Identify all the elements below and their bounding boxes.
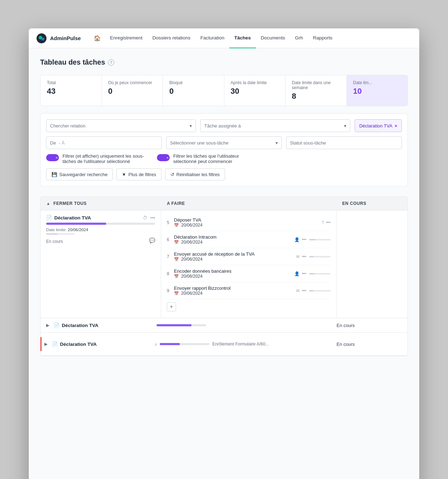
task-group-1-extra-progress (46, 233, 155, 235)
task-group-1-actions: ⏱ ••• (143, 215, 155, 221)
subtask-7-more[interactable]: ••• (302, 254, 306, 259)
toggle-item-1: Filtrer (et afficher) uniquement les sou… (46, 153, 146, 164)
tag-remove-button[interactable]: × (394, 123, 397, 129)
dropdown-arrow-icon-3: ▾ (275, 140, 278, 146)
subtask-9-more[interactable]: ••• (302, 288, 306, 293)
help-icon[interactable]: ? (108, 59, 114, 66)
cal-icon-8: 📅 (174, 274, 179, 278)
stat-card-total[interactable]: Total 43 (40, 75, 102, 106)
nav-item-taches[interactable]: Tâches (229, 28, 256, 48)
toggle-row: Filtrer (et afficher) uniquement les sou… (46, 153, 402, 164)
cal-icon-9: 📅 (174, 291, 179, 295)
date-from-filter[interactable]: De - À (46, 136, 162, 149)
filter-row-2: De - À Sélectionner une sous-tâche ▾ Sta… (46, 136, 402, 149)
stat-value-apres: 30 (231, 87, 279, 96)
add-subtask-button[interactable]: + (167, 302, 176, 311)
nav-home-button[interactable]: 🏠 (89, 35, 105, 42)
subtask-6-more[interactable]: ••• (302, 237, 306, 242)
subtask-7-progress (309, 256, 330, 257)
task-group-1-name: 📄 Déclaration TVA (46, 215, 91, 221)
task-group-3-collapsed[interactable]: ▶ 📄 Déclaration TVA ↓ Enrôlement Formula… (40, 333, 408, 356)
task-group-2-name: 📄 Déclaration TVA (54, 322, 157, 328)
subtask-8-more[interactable]: ••• (302, 271, 306, 276)
stat-label-semaine: Date limite dans une semaine (292, 80, 340, 90)
col-header-afaire: A FAIRE (161, 201, 337, 206)
nav-item-grh[interactable]: Grh (290, 28, 308, 48)
statut-filter[interactable]: Statut sous-tâche (286, 136, 402, 149)
task-group-1-title: 📄 Déclaration TVA ⏱ ••• (46, 215, 155, 221)
action-row: 💾 Sauvegarder recherche ▼ Plus de filtre… (46, 168, 402, 180)
expand-icon-3: ▶ (44, 342, 48, 347)
subtask-9: 9 Envoyer rapport Bizzcontrol 📅 20/06/20… (167, 282, 330, 299)
task-group-2-status: En cours (331, 323, 402, 328)
task-more-icon[interactable]: ••• (150, 215, 155, 221)
svg-point-2 (42, 38, 44, 40)
save-search-button[interactable]: 💾 Sauvegarder recherche (46, 168, 113, 180)
stat-card-commencer[interactable]: Où je peux commencer 0 (102, 75, 163, 106)
nav-bar: AdminPulse 🏠 Enregistrement Dossiers rel… (29, 28, 419, 48)
stat-card-bloque[interactable]: Bloqué 0 (163, 75, 224, 106)
task-group-1-subtasks: 5 Déposer TVA 📅 20/06/2024 ? ••• (161, 211, 337, 318)
cal-icon-5: 📅 (174, 223, 179, 227)
task-group-2-progress (157, 324, 206, 326)
subtask-6-icon: 👤 (294, 237, 300, 242)
subtask-7: 7 Envoyer accusé de réception de la TVA … (167, 248, 330, 265)
stat-card-semaine[interactable]: Date limite dans une semaine 8 (285, 75, 347, 106)
filter-row-1: Chercher relation ▾ Tâche assignée à ▾ D… (46, 119, 402, 132)
more-filters-button[interactable]: ▼ Plus de filtres (116, 168, 162, 180)
comment-icon[interactable]: 💬 (149, 238, 155, 243)
logo-icon (36, 33, 47, 44)
board-header: ▲ FERMER TOUS A FAIRE EN COURS (40, 197, 408, 211)
nav-item-documents[interactable]: Documents (256, 28, 290, 48)
task-clock-icon[interactable]: ⏱ (143, 215, 147, 221)
task-group-2-collapsed[interactable]: ▶ 📄 Déclaration TVA En cours (40, 318, 408, 333)
cal-icon-6: 📅 (174, 240, 179, 244)
logo-text: AdminPulse (50, 35, 81, 41)
nav-item-rapports[interactable]: Rapports (308, 28, 337, 48)
reset-icon: ↺ (170, 172, 174, 177)
col-header-fermer: ▲ FERMER TOUS (40, 201, 161, 206)
toggle-2[interactable] (157, 154, 170, 161)
stat-label-datelim: Date lim... (353, 80, 401, 85)
task-group-1-progress (46, 223, 106, 225)
task-group-3-label: ↓ (155, 342, 157, 347)
task-group-3-progress (160, 343, 209, 345)
cal-icon-7: 📅 (174, 257, 179, 261)
stat-value-semaine: 8 (292, 92, 340, 101)
page-content: Tableau des tâches ? Total 43 Où je peux… (29, 48, 419, 479)
stat-card-datelim[interactable]: Date lim... 10 (347, 75, 408, 106)
subtask-5-icon: ? (322, 220, 324, 225)
sous-tache-filter[interactable]: Sélectionner une sous-tâche ▾ (166, 136, 282, 149)
subtask-7-icon: ✉ (296, 254, 300, 259)
toggle-1[interactable] (46, 154, 59, 161)
relation-filter[interactable]: Chercher relation ▾ (46, 119, 196, 132)
subtask-8: 8 Encoder données bancaires 📅 20/06/2024… (167, 265, 330, 282)
subtask-8-progress (309, 273, 330, 274)
logo[interactable]: AdminPulse (36, 33, 81, 44)
nav-item-dossiers[interactable]: Dossiers relations (147, 28, 195, 48)
dropdown-arrow-icon: ▾ (190, 123, 192, 129)
task-file-icon-2: 📄 (54, 322, 60, 328)
subtask-5-more[interactable]: ••• (326, 220, 330, 225)
app-window: AdminPulse 🏠 Enregistrement Dossiers rel… (29, 28, 419, 479)
save-icon: 💾 (51, 172, 57, 177)
reset-filters-button[interactable]: ↺ Réinitialiser les filtres (165, 168, 225, 180)
assignee-filter[interactable]: Tâche assignée à ▾ (200, 119, 350, 132)
stat-label-total: Total (47, 80, 95, 85)
expand-icon-2: ▶ (46, 323, 49, 328)
task-group-3-status: En cours (331, 342, 402, 347)
nav-item-facturation[interactable]: Facturation (196, 28, 230, 48)
subtask-9-progress (309, 290, 330, 292)
task-group-1-left: 📄 Déclaration TVA ⏱ ••• D (40, 211, 161, 318)
nav-item-enregistrement[interactable]: Enregistrement (105, 28, 148, 48)
collapse-all-icon[interactable]: ▲ (46, 201, 50, 206)
stat-label-commencer: Où je peux commencer (108, 80, 157, 85)
task-group-1-en-cours (337, 211, 408, 318)
task-group-1-status: En cours (46, 239, 63, 244)
stat-card-apres[interactable]: Après la date limite 30 (224, 75, 286, 106)
stat-label-bloque: Bloqué (169, 80, 218, 85)
dropdown-arrow-icon-2: ▾ (344, 123, 346, 129)
subtask-9-icon: ✉ (296, 288, 300, 293)
page-title: Tableau des tâches ? (40, 58, 408, 66)
subtask-5: 5 Déposer TVA 📅 20/06/2024 ? ••• (167, 214, 330, 231)
